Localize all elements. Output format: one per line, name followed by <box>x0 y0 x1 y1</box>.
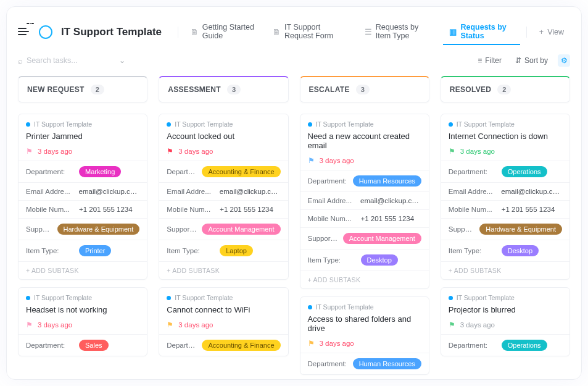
field-row: Mobile Num...+1 201 555 1234 <box>159 200 288 218</box>
status-dot-icon <box>26 296 30 300</box>
flag-icon: ⚑ <box>308 156 315 165</box>
field-row: Item Type:Desktop <box>441 240 569 261</box>
task-card[interactable]: IT Support TemplateNeed a new account cr… <box>300 114 429 289</box>
field-label: Mobile Num... <box>449 206 497 213</box>
tag-pill[interactable]: Desktop <box>502 245 539 256</box>
add-subtask-button[interactable]: + ADD SUBTASK <box>300 271 429 288</box>
header-bar: 0 IT Support Template 🗎 Getting Started … <box>7 7 581 51</box>
tag-pill[interactable]: Account Management <box>202 224 280 235</box>
filter-button[interactable]: ≡ Filter <box>474 54 505 67</box>
due-date: 3 days ago <box>460 321 495 329</box>
view-tabs: 🗎 Getting Started Guide 🗎 IT Support Req… <box>174 19 570 45</box>
field-row: Department:Operations <box>441 334 569 356</box>
column-title: ASSESSMENT <box>168 85 221 94</box>
flag-icon: ⚑ <box>167 321 173 329</box>
menu-toggle-icon[interactable]: 0 <box>18 28 30 36</box>
page-title: IT Support Template <box>61 26 162 38</box>
field-label: Support Nee... <box>449 225 475 233</box>
tag-pill[interactable]: Sales <box>79 340 109 351</box>
sort-label: Sort by <box>524 56 548 65</box>
tab-item-type[interactable]: ☰ Requests by Item Type <box>358 19 441 45</box>
task-card[interactable]: IT Support TemplatePrinter Jammed⚑3 days… <box>18 114 147 280</box>
column-header[interactable]: ASSESSMENT3 <box>159 76 288 103</box>
column-header[interactable]: ESCALATE3 <box>300 76 429 103</box>
task-title: Account locked out <box>167 132 280 141</box>
field-row: Email Addre...email@clickup.com <box>441 182 569 200</box>
plus-icon: + <box>539 28 544 36</box>
sort-button[interactable]: ⇵ Sort by <box>511 54 552 67</box>
task-card[interactable]: IT Support TemplateCannot connect to WiF… <box>159 287 288 356</box>
space-circle-icon[interactable] <box>39 25 52 39</box>
filter-label: Filter <box>485 56 502 65</box>
field-label: Item Type: <box>26 247 74 254</box>
field-row: Department:Human Resources <box>300 170 429 191</box>
tag-pill[interactable]: Laptop <box>220 245 253 256</box>
tab-getting-started[interactable]: 🗎 Getting Started Guide <box>184 19 264 45</box>
due-date: 3 days ago <box>178 148 213 155</box>
field-label: Item Type: <box>449 247 497 254</box>
tag-pill[interactable]: Operations <box>502 166 547 177</box>
status-dot-icon <box>308 122 312 127</box>
tag-pill[interactable]: Marketing <box>79 166 121 177</box>
task-card[interactable]: IT Support TemplateInternet Connection i… <box>441 114 570 280</box>
task-card[interactable]: IT Support TemplateAccount locked out⚑3 … <box>159 114 288 280</box>
tag-pill[interactable]: Accounting & Finance <box>202 166 280 177</box>
project-breadcrumb: IT Support Template <box>308 120 421 128</box>
tab-label: IT Support Request Form <box>284 23 350 40</box>
status-dot-icon <box>449 296 453 300</box>
board-icon: ▥ <box>449 27 457 36</box>
field-label: Support Nee... <box>26 225 52 233</box>
search-input[interactable] <box>27 56 113 65</box>
flag-icon: ⚑ <box>449 147 455 156</box>
separator <box>526 27 527 38</box>
doc-icon: 🗎 <box>273 27 281 36</box>
task-card[interactable]: IT Support TemplateProjector is blurred⚑… <box>441 287 570 356</box>
tag-pill[interactable]: Hardware & Equipment <box>57 224 140 235</box>
column-header[interactable]: NEW REQUEST2 <box>18 76 147 103</box>
add-view-button[interactable]: + View <box>533 24 570 40</box>
column-count: 3 <box>356 85 370 94</box>
tab-by-status[interactable]: ▥ Requests by Status <box>443 19 520 45</box>
field-label: Support Nee... <box>167 225 197 233</box>
status-dot-icon <box>449 122 453 127</box>
tab-request-form[interactable]: 🗎 IT Support Request Form <box>267 19 356 45</box>
due-date: 3 days ago <box>460 148 495 155</box>
status-dot-icon <box>26 122 30 127</box>
field-row: Department:Marketing <box>19 161 147 182</box>
tag-pill[interactable]: Desktop <box>361 254 398 266</box>
board-column: NEW REQUEST2IT Support TemplatePrinter J… <box>18 76 147 382</box>
column-header[interactable]: RESOLVED2 <box>441 76 570 103</box>
project-breadcrumb: IT Support Template <box>26 120 139 128</box>
field-row: Department:Operations <box>441 161 569 182</box>
flag-icon: ⚑ <box>167 147 173 156</box>
add-subtask-button[interactable]: + ADD SUBTASK <box>19 261 147 279</box>
task-card[interactable]: IT Support TemplateHeadset is not workin… <box>18 287 147 356</box>
flag-icon: ⚑ <box>449 321 455 329</box>
field-label: Department: <box>449 342 497 349</box>
tag-pill[interactable]: Hardware & Equipment <box>479 224 562 235</box>
flag-icon: ⚑ <box>26 321 33 329</box>
tag-pill[interactable]: Human Resources <box>353 358 421 369</box>
add-subtask-button[interactable]: + ADD SUBTASK <box>441 261 569 279</box>
tag-pill[interactable]: Account Management <box>343 233 421 244</box>
board-column: RESOLVED2IT Support TemplateInternet Con… <box>441 76 570 382</box>
tag-pill[interactable]: Accounting & Finance <box>202 340 280 351</box>
field-label: Department: <box>308 177 348 185</box>
chevron-down-icon[interactable]: ⌄ <box>119 56 125 65</box>
list-icon: ☰ <box>365 27 372 36</box>
field-label: Department: <box>308 360 348 367</box>
field-label: Email Addre... <box>308 197 356 204</box>
field-label: Mobile Num... <box>26 206 74 213</box>
field-label: Support Nee... <box>308 235 338 242</box>
task-card[interactable]: IT Support TemplateAccess to shared fold… <box>300 296 429 375</box>
board-column: ASSESSMENT3IT Support TemplateAccount lo… <box>159 76 288 382</box>
search-icon: ⌕ <box>18 56 23 65</box>
tag-pill[interactable]: Human Resources <box>353 175 421 187</box>
settings-button[interactable]: ⚙ <box>558 54 570 67</box>
kanban-board: NEW REQUEST2IT Support TemplatePrinter J… <box>7 76 581 386</box>
add-subtask-button[interactable]: + ADD SUBTASK <box>159 261 288 279</box>
project-breadcrumb: IT Support Template <box>308 303 421 311</box>
tag-pill[interactable]: Operations <box>502 340 547 351</box>
field-row: Email Addre...email@clickup.com <box>19 182 147 200</box>
tag-pill[interactable]: Printer <box>79 245 111 256</box>
